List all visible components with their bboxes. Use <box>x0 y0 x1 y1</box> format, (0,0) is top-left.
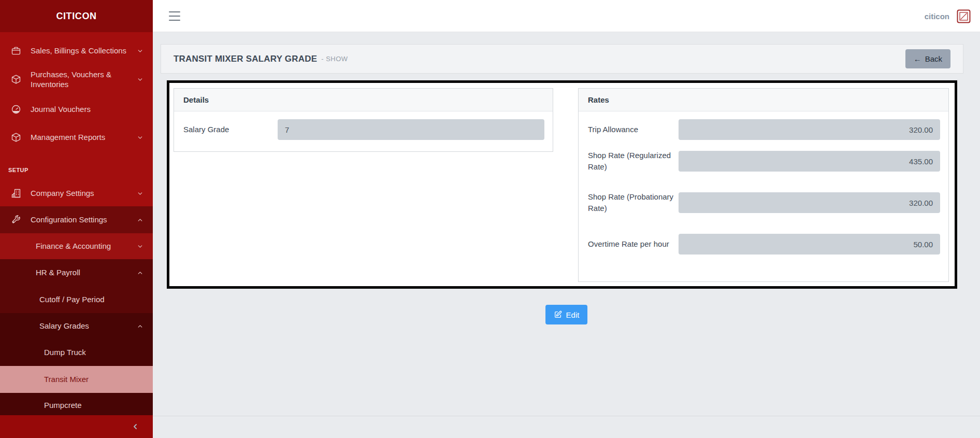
chevron-down-icon <box>137 134 143 141</box>
sidebar-item-label: Purchases, Vouchers & Inventories <box>31 69 131 90</box>
building-chart-icon <box>10 188 22 199</box>
sidebar-item-journal-vouchers[interactable]: Journal Vouchers <box>0 95 153 123</box>
sidebar-collapse-button[interactable] <box>0 415 153 438</box>
cube-icon <box>10 132 22 143</box>
top-navbar: citicon <box>153 0 980 32</box>
shop-rate-probationary-label: Shop Rate (Probationary Rate) <box>579 191 679 214</box>
back-arrow-icon: ← <box>914 54 921 63</box>
overtime-rate-input <box>679 234 940 255</box>
briefcase-icon <box>10 45 22 56</box>
edit-button[interactable]: Edit <box>545 305 588 324</box>
rates-panel: Rates Trip Allowance Shop Rate (Regulari… <box>578 88 949 282</box>
cube-icon <box>10 74 22 85</box>
sidebar-item-dump-truck[interactable]: Dump Truck <box>0 339 153 366</box>
shop-rate-regularized-input <box>679 151 940 172</box>
chevron-down-icon <box>137 243 143 250</box>
chevron-down-icon <box>137 76 143 83</box>
shop-rate-probationary-input <box>679 192 940 213</box>
rates-panel-body: Trip Allowance Shop Rate (Regularized Ra… <box>579 111 948 257</box>
sidebar-item-label: Journal Vouchers <box>31 104 91 115</box>
sidebar-item-transit-mixer-active[interactable]: Transit Mixer <box>0 366 153 393</box>
sidebar-item-hr-payroll[interactable]: HR & Payroll <box>0 259 153 286</box>
brand-logo[interactable]: CITICON <box>0 0 153 32</box>
edit-button-label: Edit <box>566 310 580 319</box>
sidebar-item-label: Transit Mixer <box>44 374 89 385</box>
field-row-trip-allowance: Trip Allowance <box>579 119 940 140</box>
sidebar-item-sales-billings-collections[interactable]: Sales, Billings & Collections <box>0 38 153 63</box>
chevron-down-icon <box>137 190 143 197</box>
sidebar-item-label: Salary Grades <box>39 321 89 331</box>
sidebar-item-label: Finance & Accounting <box>36 241 111 251</box>
chevron-up-icon <box>137 323 143 330</box>
rates-panel-title: Rates <box>579 89 948 111</box>
sidebar-item-label: Management Reports <box>31 132 105 143</box>
field-row-salary-grade: Salary Grade <box>174 119 544 140</box>
sidebar-item-pumpcrete[interactable]: Pumpcrete <box>0 393 153 417</box>
field-row-shop-rate-regularized: Shop Rate (Regularized Rate) <box>579 149 940 174</box>
sidebar-item-label: Sales, Billings & Collections <box>31 46 126 56</box>
app-root: CITICON Sales, Billings & Collections Pu… <box>0 0 980 438</box>
sidebar-section-setup: SETUP <box>8 165 153 175</box>
details-panel-body: Salary Grade <box>174 111 553 140</box>
page-header: TRANSIT MIXER SALARY GRADE - SHOW ← Back <box>161 44 963 74</box>
wrench-icon <box>10 214 22 225</box>
gauge-icon <box>10 104 22 115</box>
shop-rate-regularized-label: Shop Rate (Regularized Rate) <box>579 150 679 173</box>
hamburger-menu-icon[interactable] <box>169 11 180 21</box>
field-row-shop-rate-probationary: Shop Rate (Probationary Rate) <box>579 190 940 215</box>
page-subtitle: - SHOW <box>321 55 348 63</box>
sidebar-item-label: Dump Truck <box>44 347 86 358</box>
salary-grade-input <box>278 119 544 140</box>
sidebar-item-cutoff-pay-period[interactable]: Cutoff / Pay Period <box>0 286 153 313</box>
chevron-left-icon <box>131 422 139 431</box>
sidebar-item-label: Cutoff / Pay Period <box>39 294 105 305</box>
footer-divider <box>153 416 980 438</box>
sidebar-menu: Sales, Billings & Collections Purchases,… <box>0 32 153 417</box>
trip-allowance-input <box>679 119 940 140</box>
chevron-up-icon <box>137 270 143 276</box>
user-menu[interactable]: citicon <box>925 12 949 21</box>
sidebar-item-salary-grades[interactable]: Salary Grades <box>0 313 153 339</box>
sidebar-item-label: HR & Payroll <box>36 267 80 278</box>
sidebar-item-finance-accounting[interactable]: Finance & Accounting <box>0 233 153 259</box>
overtime-rate-label: Overtime Rate per hour <box>579 238 679 250</box>
page-title: TRANSIT MIXER SALARY GRADE <box>174 54 317 64</box>
details-panel-title: Details <box>174 89 553 111</box>
sidebar-item-management-reports[interactable]: Management Reports <box>0 123 153 151</box>
sidebar-item-label: Pumpcrete <box>44 400 82 411</box>
back-button-label: Back <box>925 54 942 63</box>
sidebar-item-configuration-settings[interactable]: Configuration Settings <box>0 206 153 233</box>
user-avatar-icon[interactable] <box>957 9 971 23</box>
pencil-square-icon <box>554 310 562 319</box>
field-row-overtime-rate: Overtime Rate per hour <box>579 232 940 257</box>
trip-allowance-label: Trip Allowance <box>579 124 679 135</box>
details-panel: Details Salary Grade <box>174 88 553 152</box>
sidebar-item-label: Configuration Settings <box>31 215 107 225</box>
salary-grade-label: Salary Grade <box>174 124 278 135</box>
chevron-up-icon <box>137 217 143 223</box>
back-button[interactable]: ← Back <box>905 49 950 68</box>
brand-text: CITICON <box>56 11 96 22</box>
navbar-right: citicon <box>925 0 971 32</box>
sidebar-item-label: Company Settings <box>31 188 94 199</box>
chevron-down-icon <box>137 48 143 54</box>
sidebar-item-company-settings[interactable]: Company Settings <box>0 180 153 206</box>
main-content: TRANSIT MIXER SALARY GRADE - SHOW ← Back… <box>153 32 980 438</box>
sidebar: CITICON Sales, Billings & Collections Pu… <box>0 0 153 438</box>
sidebar-item-purchases-vouchers-inventories[interactable]: Purchases, Vouchers & Inventories <box>0 63 153 95</box>
